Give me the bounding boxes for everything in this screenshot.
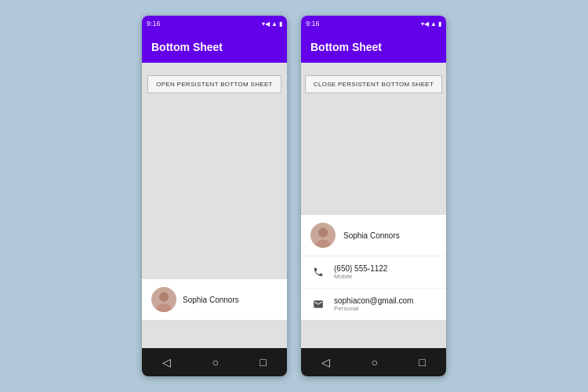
status-time-right: 9:16 (306, 20, 320, 27)
back-button-left[interactable]: ◁ (162, 356, 171, 368)
phone-info: (650) 555-1122 Mobile (334, 264, 387, 280)
svg-point-2 (318, 228, 328, 238)
app-bar-title-right: Bottom Sheet (310, 41, 382, 53)
phone-left: 9:16 ▾◀ ▲ ▮ Bottom Sheet OPEN PERSISTENT… (142, 16, 287, 376)
phone-right: 9:16 ▾◀ ▲ ▮ Bottom Sheet CLOSE PERSISTEN… (301, 16, 446, 376)
wifi-icon-right: ▲ (430, 20, 437, 27)
sheet-row-phone: (650) 555-1122 Mobile (301, 256, 446, 289)
phone-number: (650) 555-1122 (334, 264, 387, 273)
signal-icon-right: ▾◀ (421, 20, 429, 27)
main-content-right: CLOSE PERSISTENT BOTTOM SHEET Sophia Con… (301, 63, 446, 348)
sheet-row-contact: Sophia Connors (301, 215, 446, 256)
app-bar-right: Bottom Sheet (301, 31, 446, 63)
home-button-left[interactable]: ○ (212, 356, 219, 368)
email-icon (310, 296, 326, 312)
status-time-left: 9:16 (147, 20, 161, 27)
nav-bar-left: ◁ ○ □ (142, 348, 287, 376)
contact-name-right: Sophia Connors (343, 231, 400, 240)
signal-icon: ▾◀ (262, 20, 270, 27)
close-bottom-sheet-button[interactable]: CLOSE PERSISTENT BOTTOM SHEET (305, 75, 442, 93)
bottom-sheet-collapsed: Sophia Connors (142, 278, 287, 320)
svg-point-1 (156, 304, 171, 313)
wifi-icon: ▲ (271, 20, 278, 27)
battery-icon-right: ▮ (438, 20, 441, 27)
email-info: sophiacon@gmail.com Personal (334, 296, 413, 312)
back-button-right[interactable]: ◁ (321, 356, 330, 368)
contact-name-left: Sophia Connors (183, 296, 239, 304)
phone-icon (310, 264, 326, 280)
app-bar-title-left: Bottom Sheet (151, 41, 223, 53)
battery-icon: ▮ (279, 20, 282, 27)
status-icons-left: ▾◀ ▲ ▮ (262, 20, 282, 27)
svg-point-0 (159, 292, 169, 302)
nav-bar-right: ◁ ○ □ (301, 348, 446, 376)
open-bottom-sheet-button[interactable]: OPEN PERSISTENT BOTTOM SHEET (147, 75, 281, 93)
status-bar-right: 9:16 ▾◀ ▲ ▮ (301, 16, 446, 31)
home-button-right[interactable]: ○ (372, 356, 378, 368)
svg-point-3 (315, 240, 330, 249)
email-label: Personal (334, 305, 413, 312)
sheet-row-email: sophiacon@gmail.com Personal (301, 289, 446, 320)
email-address: sophiacon@gmail.com (334, 296, 413, 305)
app-bar-left: Bottom Sheet (142, 31, 287, 63)
recents-button-left[interactable]: □ (260, 356, 266, 368)
recents-button-right[interactable]: □ (419, 356, 425, 368)
phone-label: Mobile (334, 273, 387, 280)
avatar-right (310, 223, 336, 248)
bottom-sheet-expanded: Sophia Connors (650) 555-1122 Mobile (301, 214, 446, 320)
avatar-left (151, 287, 176, 312)
status-bar-left: 9:16 ▾◀ ▲ ▮ (142, 16, 287, 31)
status-icons-right: ▾◀ ▲ ▮ (421, 20, 441, 27)
main-content-left: OPEN PERSISTENT BOTTOM SHEET Sophia Conn… (142, 63, 287, 348)
